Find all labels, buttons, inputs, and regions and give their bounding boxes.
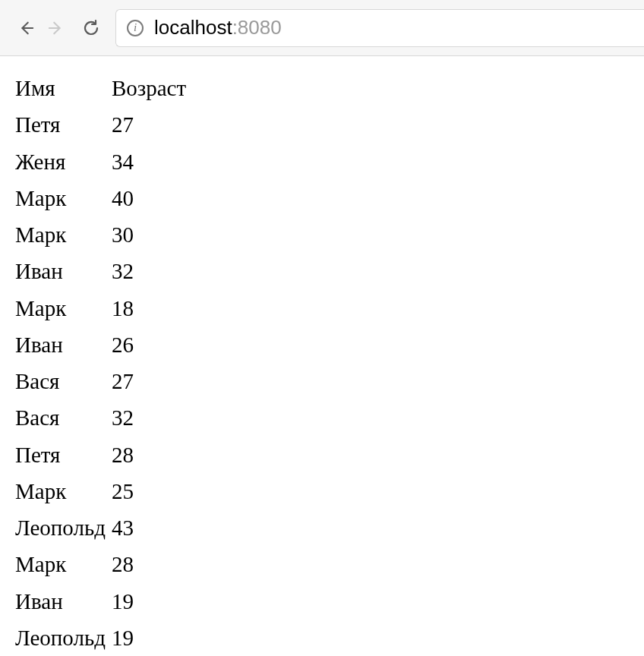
back-button[interactable]	[11, 13, 41, 43]
cell-age: 32	[112, 399, 191, 436]
table-header-row: Имя Возраст	[15, 70, 191, 106]
table-row: Марк28	[15, 546, 191, 582]
table-row: Иван19	[15, 583, 191, 620]
table-row: Марк30	[15, 216, 191, 253]
data-table: Имя Возраст Петя27Женя34Марк40Марк30Иван…	[15, 70, 191, 656]
table-row: Леопольд19	[15, 620, 191, 656]
header-name: Имя	[15, 70, 112, 106]
cell-name: Марк	[15, 180, 112, 216]
table-row: Петя27	[15, 106, 191, 143]
cell-name: Марк	[15, 216, 112, 253]
cell-age: 28	[112, 546, 191, 582]
cell-age: 27	[112, 106, 191, 143]
cell-name: Марк	[15, 473, 112, 509]
cell-age: 19	[112, 583, 191, 620]
table-row: Петя28	[15, 437, 191, 473]
cell-age: 18	[112, 290, 191, 326]
cell-name: Петя	[15, 437, 112, 473]
cell-age: 27	[112, 363, 191, 399]
cell-name: Марк	[15, 546, 112, 582]
arrow-right-icon	[48, 20, 65, 36]
address-bar[interactable]: i localhost:8080	[115, 9, 644, 47]
cell-age: 43	[112, 509, 191, 546]
cell-name: Иван	[15, 253, 112, 289]
page-content: Имя Возраст Петя27Женя34Марк40Марк30Иван…	[0, 56, 644, 656]
url-port: :8080	[232, 16, 282, 39]
table-row: Вася27	[15, 363, 191, 399]
cell-name: Иван	[15, 583, 112, 620]
cell-name: Женя	[15, 144, 112, 180]
cell-age: 25	[112, 473, 191, 509]
table-row: Марк25	[15, 473, 191, 509]
site-info-icon[interactable]: i	[127, 20, 144, 36]
table-row: Леопольд43	[15, 509, 191, 546]
reload-button[interactable]	[76, 13, 106, 43]
cell-age: 19	[112, 620, 191, 656]
cell-name: Леопольд	[15, 620, 112, 656]
table-row: Иван26	[15, 326, 191, 363]
cell-name: Марк	[15, 290, 112, 326]
header-age: Возраст	[112, 70, 191, 106]
url-host: localhost	[154, 16, 232, 39]
table-row: Вася32	[15, 399, 191, 436]
cell-name: Вася	[15, 363, 112, 399]
cell-age: 26	[112, 326, 191, 363]
cell-name: Вася	[15, 399, 112, 436]
reload-icon	[82, 19, 100, 37]
cell-age: 28	[112, 437, 191, 473]
cell-age: 40	[112, 180, 191, 216]
cell-age: 30	[112, 216, 191, 253]
cell-age: 34	[112, 144, 191, 180]
cell-age: 32	[112, 253, 191, 289]
table-row: Иван32	[15, 253, 191, 289]
table-row: Женя34	[15, 144, 191, 180]
browser-toolbar: i localhost:8080	[0, 0, 644, 56]
table-row: Марк18	[15, 290, 191, 326]
cell-name: Петя	[15, 106, 112, 143]
forward-button[interactable]	[41, 13, 71, 43]
table-row: Марк40	[15, 180, 191, 216]
cell-name: Иван	[15, 326, 112, 363]
arrow-left-icon	[17, 20, 34, 36]
cell-name: Леопольд	[15, 509, 112, 546]
